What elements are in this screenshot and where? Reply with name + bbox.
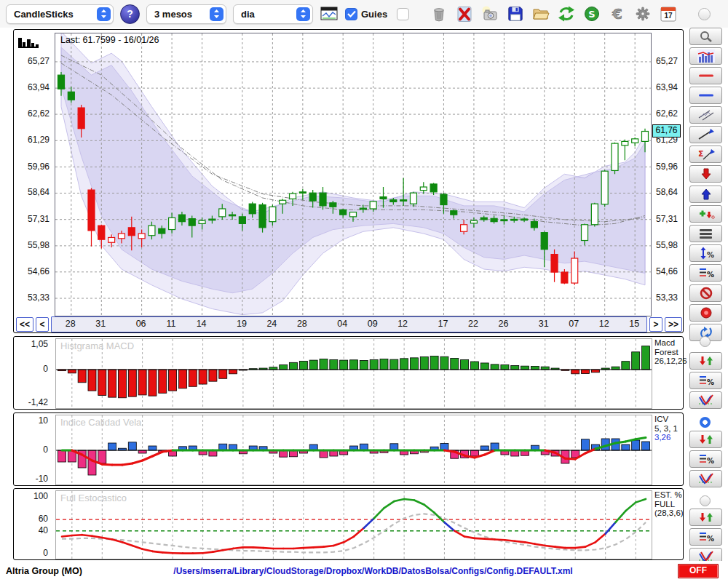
euro-icon[interactable]: €	[608, 5, 627, 23]
icv-curve-icon[interactable]	[689, 470, 722, 487]
price-tick-label: 55,98	[656, 240, 678, 250]
price-volume-icon[interactable]	[689, 47, 722, 65]
macd-params-label: MacdForest26,12,26	[654, 338, 687, 366]
channel-icon[interactable]	[689, 106, 722, 124]
lines-percent-icon[interactable]: %	[689, 264, 722, 282]
chart-window-icon[interactable]	[320, 5, 339, 23]
nav-next-button[interactable]: >	[649, 317, 662, 332]
price-tick-label: 65,27	[656, 56, 678, 66]
blue-hline-icon[interactable]	[689, 87, 722, 104]
date-tick-label: 17	[432, 319, 453, 329]
trash-icon[interactable]	[430, 5, 448, 23]
period-select[interactable]: 3 mesos	[146, 4, 226, 24]
est-panel-radio[interactable]	[700, 495, 711, 506]
volume-histogram-icon	[17, 36, 42, 50]
estocastico-axis: 10060400	[14, 489, 54, 559]
date-tick-label: 12	[392, 319, 413, 329]
nav-last-button[interactable]: >>	[665, 317, 682, 332]
estocastico-params-label: EST. %FULL(28,3,6)	[654, 490, 684, 518]
icv-params-label: ICV5, 3, 13,26	[654, 415, 678, 442]
save-icon[interactable]	[506, 5, 525, 23]
date-tick-label: 06	[131, 319, 151, 329]
add-signal-icon[interactable]	[689, 205, 722, 223]
price-tick-label: 53,33	[656, 292, 678, 303]
macd-curve-icon[interactable]	[689, 391, 722, 409]
estocastico-panel: 10060400 Full Estocastico EST. %FULL(28,…	[13, 488, 684, 560]
macd-histogram-chart[interactable]	[55, 338, 652, 409]
symbol-label: Altria Group (MO)	[6, 566, 82, 576]
calendar-icon[interactable]: 17	[659, 5, 678, 23]
sigma-trend-icon[interactable]: Σ	[689, 146, 722, 163]
last-price-label: Last: 61.7599 - 16/01/26	[60, 35, 159, 45]
nav-first-button[interactable]: <<	[16, 317, 33, 332]
macd-signal-arrows-icon[interactable]	[689, 352, 722, 370]
refresh-icon[interactable]	[557, 5, 576, 23]
arrow-up-icon[interactable]	[689, 186, 722, 203]
panel-tick-label: 0	[43, 548, 48, 558]
macd-panel-radio[interactable]	[700, 336, 711, 347]
forbid-icon[interactable]	[689, 284, 722, 302]
interval-select[interactable]: dia	[233, 4, 313, 24]
icv-lines-percent-icon[interactable]: %	[689, 450, 722, 468]
icv-chart[interactable]	[55, 415, 652, 485]
config-path: /Users/mserra/Library/CloudStorage/Dropb…	[87, 566, 659, 576]
icv-value: 3,26	[654, 433, 678, 442]
guies-checkbox[interactable]	[345, 8, 357, 20]
price-tick-label: 54,66	[656, 266, 678, 276]
right-price-axis: 61,76 65,2763,9462,6261,2959,9658,6457,3…	[652, 30, 683, 332]
arrow-down-icon[interactable]	[689, 165, 722, 183]
levels-icon[interactable]	[689, 225, 722, 242]
date-tick-label: 28	[60, 319, 81, 329]
snapshot-icon[interactable]	[480, 5, 499, 23]
panel-param-line: 26,12,26	[654, 356, 687, 366]
estocastico-chart[interactable]	[55, 490, 652, 559]
current-price-tag: 61,76	[652, 124, 681, 137]
help-button[interactable]: ?	[120, 4, 140, 24]
panel-param-line: Macd	[654, 338, 687, 348]
trendline-icon[interactable]	[689, 126, 722, 143]
guies-toggle[interactable]: Guies	[345, 8, 387, 20]
sync-icon[interactable]: S	[582, 5, 601, 23]
date-strip[interactable]: 283106111419242804091217222631071215	[51, 316, 647, 332]
delete-icon[interactable]	[455, 5, 474, 23]
macd-axis: 1,050-1,42	[14, 337, 54, 409]
macd-lines-percent-icon[interactable]: %	[689, 372, 722, 389]
record-icon[interactable]	[689, 304, 722, 322]
svg-text:%: %	[707, 378, 714, 386]
panel-param-line: (28,3,6)	[654, 509, 684, 518]
svg-text:%: %	[707, 457, 714, 465]
off-button[interactable]: OFF	[678, 564, 719, 578]
settings-gear-icon[interactable]	[633, 5, 652, 23]
date-tick-label: 26	[493, 319, 513, 329]
est-signal-arrows-icon[interactable]	[689, 509, 722, 526]
zoom-icon[interactable]	[689, 28, 722, 45]
nav-prev-button[interactable]: <	[36, 317, 49, 332]
panel-tick-label: 0	[43, 364, 48, 374]
open-folder-icon[interactable]	[531, 5, 550, 23]
price-tick-label: 58,64	[28, 187, 50, 197]
cursor-checkbox[interactable]	[397, 8, 409, 20]
date-tick-label: 22	[463, 319, 483, 329]
toolbar: CandleSticks ? 3 mesos dia Guies S € 17	[0, 0, 728, 28]
range-percent-icon[interactable]: %	[689, 244, 722, 262]
toolbar-radio[interactable]	[698, 8, 711, 20]
price-tick-label: 61,29	[28, 135, 50, 145]
price-tick-label: 58,64	[656, 187, 678, 197]
cursor-toggle[interactable]	[397, 8, 413, 20]
red-hline-icon[interactable]	[689, 67, 722, 84]
panel-tick-label: 10	[39, 415, 48, 426]
chart-type-select[interactable]: CandleSticks	[6, 4, 114, 24]
interval-value: dia	[241, 9, 255, 20]
icv-panel-radio[interactable]	[700, 417, 711, 428]
panel-param-line: Forest	[654, 348, 687, 357]
svg-text:€: €	[612, 6, 622, 22]
chevron-updown-icon	[296, 7, 310, 21]
est-lines-percent-icon[interactable]: %	[689, 528, 722, 546]
icv-panel: 100-10 Indice Calidad Vela ICV5, 3, 13,2…	[13, 412, 684, 486]
chevron-updown-icon	[97, 7, 111, 21]
macd-title: Histgrama MACD	[60, 340, 134, 351]
panel-param-line: 5, 3, 1	[654, 424, 678, 434]
guies-label: Guies	[361, 9, 387, 20]
candlestick-chart[interactable]	[55, 33, 652, 316]
icv-signal-arrows-icon[interactable]	[689, 431, 722, 448]
